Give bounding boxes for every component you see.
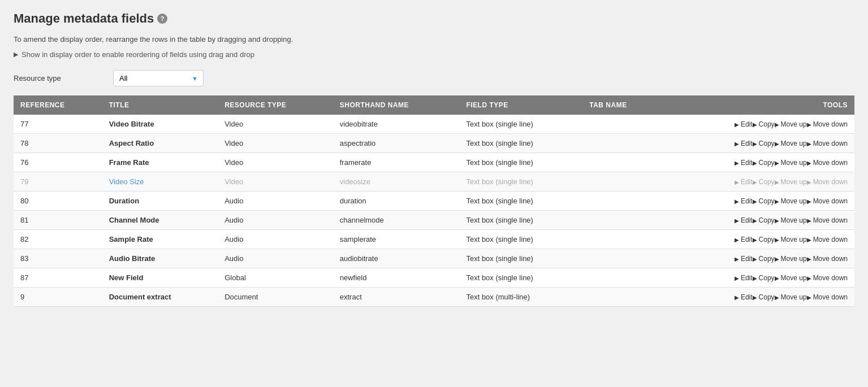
cell-shorthand: newfield [333,268,460,288]
tool-copy[interactable]: Copy [759,216,775,224]
col-title: TITLE [102,95,218,115]
tool-copy[interactable]: Copy [759,293,775,301]
cell-resource-type: Audio [218,211,333,230]
description-text: To amend the display order, rearrange th… [14,35,854,44]
table-row: 81Channel ModeAudiochannelmodeText box (… [14,211,854,230]
tool-move-up[interactable]: Move up [781,236,807,243]
cell-shorthand: extract [333,288,460,307]
tool-copy[interactable]: Copy [759,236,775,243]
tool-edit[interactable]: Edit [741,178,753,186]
table-row: 78Aspect RatioVideoaspectratioText box (… [14,134,854,153]
arrow-icon: ▶ [753,141,757,147]
col-reference: REFERENCE [14,95,102,115]
cell-tab-name [582,172,660,192]
cell-field-type: Text box (single line) [459,172,582,192]
cell-tools: ▶Edit▶Copy▶Move up▶Move down [660,288,854,307]
tool-move-down[interactable]: Move down [813,274,848,282]
cell-tab-name [582,249,660,268]
tool-edit[interactable]: Edit [741,197,753,205]
tool-copy[interactable]: Copy [759,255,775,263]
resource-type-select[interactable]: All Video Audio Document Global [113,70,204,86]
col-resource-type: RESOURCE TYPE [218,95,333,115]
cell-tools: ▶Edit▶Copy▶Move up▶Move down [660,172,854,192]
tool-edit[interactable]: Edit [741,120,753,128]
tool-move-down[interactable]: Move down [813,216,848,224]
cell-tools: ▶Edit▶Copy▶Move up▶Move down [660,230,854,249]
arrow-icon: ▶ [735,256,739,262]
cell-title: Aspect Ratio [102,134,218,153]
table-row: 76Frame RateVideoframerateText box (sing… [14,153,854,172]
cell-tab-name [582,115,660,134]
cell-reference: 9 [14,288,102,307]
cell-resource-type: Video [218,134,333,153]
arrow-icon: ▶ [735,141,739,147]
tool-copy[interactable]: Copy [759,159,775,167]
tool-edit[interactable]: Edit [741,293,753,301]
cell-resource-type: Audio [218,230,333,249]
cell-shorthand: samplerate [333,230,460,249]
cell-tab-name [582,230,660,249]
tool-copy[interactable]: Copy [759,140,775,147]
arrow-icon: ▶ [735,179,739,185]
tool-edit[interactable]: Edit [741,274,753,282]
tool-move-down[interactable]: Move down [813,197,848,205]
tool-move-up[interactable]: Move up [781,255,807,263]
col-field-type: FIELD TYPE [459,95,582,115]
tool-move-down[interactable]: Move down [813,293,848,301]
arrow-icon: ▶ [753,218,757,224]
tool-move-down[interactable]: Move down [813,140,848,147]
cell-resource-type: Document [218,288,333,307]
title-link[interactable]: Video Size [109,177,144,186]
arrow-icon: ▶ [775,121,779,128]
tool-move-down[interactable]: Move down [813,120,848,128]
tool-copy[interactable]: Copy [759,120,775,128]
arrow-icon: ▶ [807,275,811,281]
tool-move-up[interactable]: Move up [781,159,807,167]
help-icon[interactable]: ? [157,14,167,24]
tool-move-down[interactable]: Move down [813,255,848,263]
arrow-icon: ▶ [807,294,811,301]
tool-move-up[interactable]: Move up [781,120,807,128]
tool-copy[interactable]: Copy [759,197,775,205]
tool-edit[interactable]: Edit [741,159,753,167]
cell-field-type: Text box (single line) [459,134,582,153]
toggle-display-order[interactable]: ▶ Show in display order to enable reorde… [14,50,854,59]
arrow-icon: ▶ [775,275,779,281]
cell-resource-type: Video [218,115,333,134]
tool-move-up[interactable]: Move up [781,197,807,205]
resource-type-label: Resource type [14,74,104,82]
tool-edit[interactable]: Edit [741,236,753,243]
tool-move-down[interactable]: Move down [813,159,848,167]
cell-reference: 77 [14,115,102,134]
arrow-icon: ▶ [775,294,779,301]
table-row: 82Sample RateAudiosamplerateText box (si… [14,230,854,249]
tool-move-down[interactable]: Move down [813,236,848,243]
tool-move-down[interactable]: Move down [813,178,848,186]
tool-move-up[interactable]: Move up [781,140,807,147]
cell-resource-type: Video [218,153,333,172]
cell-title: Channel Mode [102,211,218,230]
tool-edit[interactable]: Edit [741,140,753,147]
tool-edit[interactable]: Edit [741,255,753,263]
tool-move-up[interactable]: Move up [781,274,807,282]
cell-field-type: Text box (single line) [459,153,582,172]
tool-copy[interactable]: Copy [759,274,775,282]
tool-copy[interactable]: Copy [759,178,775,186]
cell-shorthand: videobitrate [333,115,460,134]
cell-tab-name [582,153,660,172]
tool-move-up[interactable]: Move up [781,178,807,186]
arrow-icon: ▶ [775,198,779,205]
arrow-icon: ▶ [753,198,757,205]
tool-edit[interactable]: Edit [741,216,753,224]
cell-shorthand: aspectratio [333,134,460,153]
table-row: 77Video BitrateVideovideobitrateText box… [14,115,854,134]
arrow-icon: ▶ [807,237,811,243]
arrow-icon: ▶ [735,160,739,166]
table-row: 87New FieldGlobalnewfieldText box (singl… [14,268,854,288]
tool-move-up[interactable]: Move up [781,216,807,224]
cell-title: Audio Bitrate [102,249,218,268]
cell-tools: ▶Edit▶Copy▶Move up▶Move down [660,249,854,268]
arrow-icon: ▶ [807,256,811,262]
col-tab-name: TAB NAME [582,95,660,115]
tool-move-up[interactable]: Move up [781,293,807,301]
